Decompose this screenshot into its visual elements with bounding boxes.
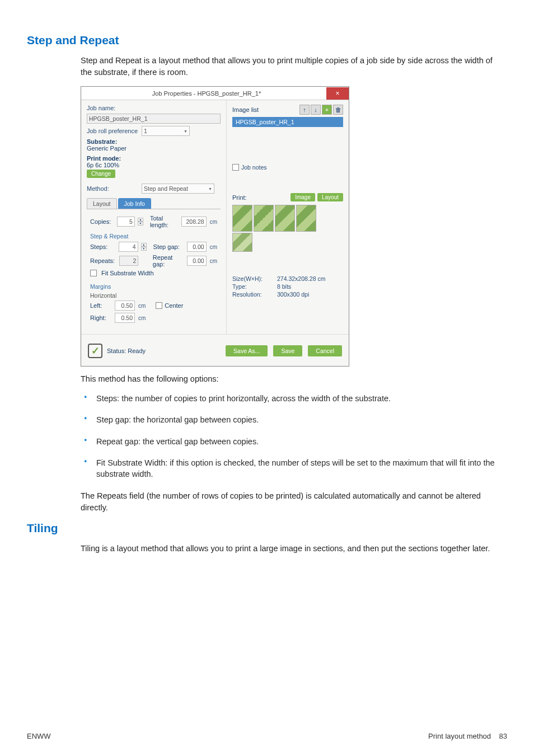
list-item: Repeat gap: the vertical gap between cop… [81,436,504,447]
horizontal-label: Horizontal [90,292,217,299]
fit-substrate-width-checkbox[interactable] [90,270,97,276]
jobname-field[interactable]: HPGSB_poster_HR_1 [87,114,221,124]
size-value: 274.32x208.28 cm [277,275,325,282]
method-dropdown[interactable]: Step and Repeat▼ [142,184,214,194]
substrate-value: Generic Paper [87,145,221,152]
jobnotes-checkbox[interactable] [232,164,239,171]
intro-paragraph: Step and Repeat is a layout method that … [81,55,504,78]
imagelist-label: Image list [232,106,259,113]
left-margin-label: Left: [90,302,113,309]
list-item: Step gap: the horizontal gap between cop… [81,414,504,425]
image-button[interactable]: Image [291,193,315,201]
left-margin-field[interactable]: 0.50 [115,300,135,311]
unit-cm: cm [210,219,217,225]
footer-right: Print layout method 83 [428,732,507,740]
size-label: Size(W×H): [232,275,271,282]
imagelist-add-icon[interactable]: + [322,105,332,115]
options-intro: This method has the following options: [81,373,504,385]
type-label: Type: [232,283,271,290]
totallength-field: 208.28 [181,217,207,227]
repeats-note: The Repeats field (the number of rows of… [81,490,504,514]
imagelist-down-icon[interactable]: ↓ [311,105,321,115]
printmode-label: Print mode: [87,155,221,162]
chevron-down-icon: ▼ [184,129,188,133]
chevron-down-icon: ▼ [208,187,212,191]
footer-left: ENWW [27,732,51,740]
status-label: Status: Ready [107,348,146,354]
repeats-field: 2 [119,256,139,266]
change-button[interactable]: Change [87,170,115,178]
list-item: Fit Substrate Width: if this option is c… [81,457,504,480]
job-properties-dialog: Job Properties - HPGSB_poster_HR_1* × Jo… [81,86,349,367]
steps-label: Steps: [90,243,116,250]
step-repeat-group-label: Step & Repeat [90,233,217,240]
center-checkbox[interactable] [156,302,162,309]
right-margin-field[interactable]: 0.50 [115,313,135,323]
print-label: Print: [232,194,247,201]
layout-button[interactable]: Layout [317,193,343,201]
steps-field[interactable]: 4 [119,242,138,252]
rollpref-dropdown[interactable]: 1▼ [142,126,190,136]
jobnotes-label: Job notes [241,164,267,171]
close-icon[interactable]: × [326,87,349,100]
list-item: Steps: the number of copies to print hor… [81,393,504,404]
save-button[interactable]: Save [273,345,302,356]
imagelist-item[interactable]: HPGSB_poster_HR_1 [232,117,343,127]
tab-layout[interactable]: Layout [87,198,117,209]
imagelist-up-icon[interactable]: ↑ [299,105,310,115]
type-value: 8 bits [277,283,291,290]
cancel-button[interactable]: Cancel [308,345,342,356]
fit-substrate-width-label: Fit Substrate Width [101,270,154,276]
copies-spinner[interactable]: ▲▼ [138,218,143,226]
right-margin-label: Right: [90,314,113,321]
center-label: Center [165,302,183,309]
copies-label: Copies: [90,218,115,225]
substrate-label: Substrate: [87,138,221,145]
resolution-label: Resolution: [232,291,271,298]
save-as-button[interactable]: Save As... [226,345,268,356]
section-heading-step-and-repeat: Step and Repeat [27,34,507,47]
rollpref-label: Job roll preference [87,128,139,134]
printmode-value: 6p 6c 100% [87,162,221,168]
repeatgap-field[interactable]: 0.00 [187,256,207,266]
status-check-icon: ✓ [88,344,102,358]
stepgap-label: Step gap: [153,243,185,250]
imagelist-delete-icon[interactable]: 🗑 [333,105,343,115]
margins-group-label: Margins [90,283,217,290]
repeats-label: Repeats: [90,257,117,264]
section-heading-tiling: Tiling [27,522,507,535]
stepgap-field[interactable]: 0.00 [187,242,206,252]
method-label: Method: [87,185,139,192]
jobname-label: Job name: [87,105,139,111]
resolution-value: 300x300 dpi [277,291,309,298]
tab-jobinfo[interactable]: Job Info [118,198,151,209]
totallength-label: Total length: [150,215,179,228]
copies-field[interactable]: 5 [117,217,135,227]
tiling-paragraph: Tiling is a layout method that allows yo… [81,543,504,555]
dialog-title: Job Properties - HPGSB_poster_HR_1* [87,90,326,97]
repeatgap-label: Repeat gap: [153,254,185,267]
preview-area [232,205,322,259]
steps-spinner[interactable]: ▲▼ [141,243,147,251]
